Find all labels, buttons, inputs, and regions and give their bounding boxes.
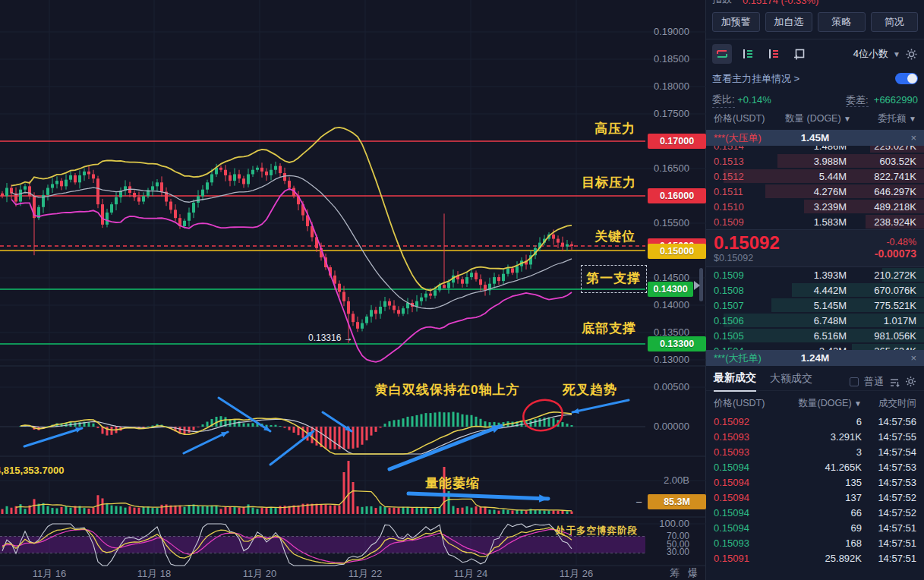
action-button-row: 加预警加自选策略简况 bbox=[706, 7, 924, 39]
trade-rows: 0.15092614:57:560.150933.291K14:57:550.1… bbox=[706, 414, 924, 566]
normal-checkbox[interactable] bbox=[850, 377, 859, 386]
book-view-custom-icon[interactable] bbox=[790, 44, 809, 64]
action-button-1[interactable]: 加自选 bbox=[765, 12, 813, 32]
ask-row[interactable]: 0.15091.583M238.924K bbox=[706, 214, 924, 229]
index-value: 0.15174 (-0.33%) bbox=[743, 0, 818, 6]
trades-tabs: 最新成交 大额成交 普通 bbox=[706, 366, 924, 390]
col-qty[interactable]: 数量(DOGE) ▼ bbox=[765, 397, 862, 410]
normal-checkbox-label: 普通 bbox=[864, 375, 884, 389]
trade-row[interactable]: 0.150946614:57:52 bbox=[706, 505, 924, 520]
big-sell-order-banner[interactable]: ***(大压单) 1.45M × bbox=[706, 130, 924, 146]
trade-row[interactable]: 0.1509441.265K14:57:53 bbox=[706, 459, 924, 474]
trading-app: 0.190000.185000.180000.175000.165000.155… bbox=[0, 0, 924, 580]
col-amount[interactable]: 委托额 ▼ bbox=[851, 112, 916, 125]
big-sell-order-value: 1.45M bbox=[706, 132, 924, 143]
change-absolute: -0.00073 bbox=[875, 247, 916, 260]
book-view-bids-icon[interactable] bbox=[738, 44, 758, 64]
bid-row[interactable]: 0.15042.43M365.624K bbox=[706, 343, 924, 350]
last-price-usd: $0.15092 bbox=[714, 253, 780, 263]
bid-rows: 0.15091.393M210.272K0.15084.442M670.076K… bbox=[706, 267, 924, 343]
book-view-both-icon[interactable] bbox=[712, 44, 732, 64]
trade-row[interactable]: 0.1509316814:57:51 bbox=[706, 535, 924, 550]
col-time: 成交时间 bbox=[862, 397, 916, 410]
gear-icon[interactable] bbox=[905, 48, 918, 61]
bid-row[interactable]: 0.15075.145M775.521K bbox=[706, 298, 924, 313]
big-buy-order-banner[interactable]: ***(大托单) 1.24M × bbox=[706, 350, 924, 366]
trade-row[interactable]: 0.1509413514:57:53 bbox=[706, 474, 924, 490]
big-buy-order-value: 1.24M bbox=[706, 352, 924, 364]
bid-row[interactable]: 0.15056.516M981.056K bbox=[706, 328, 924, 343]
book-view-asks-icon[interactable] bbox=[764, 44, 784, 64]
ask-row[interactable]: 0.15125.44M822.741K bbox=[706, 169, 924, 184]
precision-select[interactable]: 4位小数 bbox=[853, 47, 888, 61]
main-orders-link-row: 查看主力挂单情况 > bbox=[706, 68, 924, 89]
index-price-row-clipped: 指数 0.15174 (-0.33%) bbox=[706, 0, 924, 7]
index-label: 指数 bbox=[712, 0, 732, 7]
action-button-0[interactable]: 加预警 bbox=[712, 12, 760, 32]
weibi-value: +0.14% bbox=[737, 94, 771, 106]
trade-row[interactable]: 0.1509413714:57:52 bbox=[706, 490, 924, 505]
trade-row[interactable]: 0.15093314:57:54 bbox=[706, 444, 924, 459]
ask-row[interactable]: 0.15141.486M225.027K bbox=[706, 146, 924, 153]
close-icon[interactable]: × bbox=[910, 132, 916, 143]
last-price: 0.15092 bbox=[714, 233, 780, 253]
bid-row[interactable]: 0.15084.442M670.076K bbox=[706, 282, 924, 298]
trade-row[interactable]: 0.150946914:57:51 bbox=[706, 520, 924, 535]
bid-row[interactable]: 0.15066.748M1.017M bbox=[706, 313, 924, 328]
tab-latest-trades[interactable]: 最新成交 bbox=[714, 371, 756, 392]
ask-rows: 0.15133.988M603.52K0.15125.44M822.741K0.… bbox=[706, 153, 924, 229]
bid-row[interactable]: 0.15091.393M210.272K bbox=[706, 267, 924, 282]
candlestick-chart-pane[interactable]: 0.190000.185000.180000.175000.165000.155… bbox=[0, 0, 706, 580]
trade-row[interactable]: 0.15092614:57:56 bbox=[706, 414, 924, 429]
ratio-row: 委比: +0.14% 委差: +6662990 bbox=[706, 89, 924, 111]
orderbook-header: 价格(USDT) 数量 (DOGE) ▼ 委托额 ▼ bbox=[706, 111, 924, 130]
weibi-label: 委比: bbox=[712, 93, 735, 108]
close-icon[interactable]: × bbox=[910, 352, 916, 364]
col-price: 价格(USDT) bbox=[714, 397, 765, 410]
tab-large-trades[interactable]: 大额成交 bbox=[770, 372, 812, 391]
action-button-3[interactable]: 简况 bbox=[871, 12, 919, 32]
weicha-label: 委差: bbox=[846, 94, 869, 107]
chevron-down-icon: ▼ bbox=[893, 50, 900, 58]
price-chart-canvas[interactable] bbox=[0, 0, 706, 580]
ask-row[interactable]: 0.15103.239M489.218K bbox=[706, 199, 924, 214]
orderbook-view-toolbar: 4位小数 ▼ bbox=[706, 39, 924, 68]
view-main-orders-link[interactable]: 查看主力挂单情况 > bbox=[712, 72, 799, 86]
ask-row[interactable]: 0.15114.276M646.297K bbox=[706, 184, 924, 199]
trades-header: 价格(USDT) 数量(DOGE) ▼ 成交时间 bbox=[706, 390, 924, 414]
main-orders-toggle[interactable] bbox=[895, 73, 918, 84]
trade-row[interactable]: 0.150933.291K14:57:55 bbox=[706, 429, 924, 444]
trade-row[interactable]: 0.1509125.892K14:57:51 bbox=[706, 550, 924, 566]
order-panel: 指数 0.15174 (-0.33%) 加预警加自选策略简况 4位小数 ▼ bbox=[706, 0, 924, 580]
gear-icon[interactable] bbox=[905, 376, 916, 387]
col-qty[interactable]: 数量 (DOGE) ▼ bbox=[765, 112, 851, 125]
change-percent: -0.48% bbox=[875, 237, 916, 247]
ask-row[interactable]: 0.15133.988M603.52K bbox=[706, 153, 924, 169]
action-button-2[interactable]: 策略 bbox=[818, 12, 866, 32]
sort-list-icon[interactable] bbox=[889, 377, 900, 387]
weicha-value: +6662990 bbox=[874, 94, 918, 106]
last-price-block: 0.15092 $0.15092 -0.48% -0.00073 bbox=[706, 229, 924, 267]
col-price: 价格(USDT) bbox=[714, 112, 765, 125]
